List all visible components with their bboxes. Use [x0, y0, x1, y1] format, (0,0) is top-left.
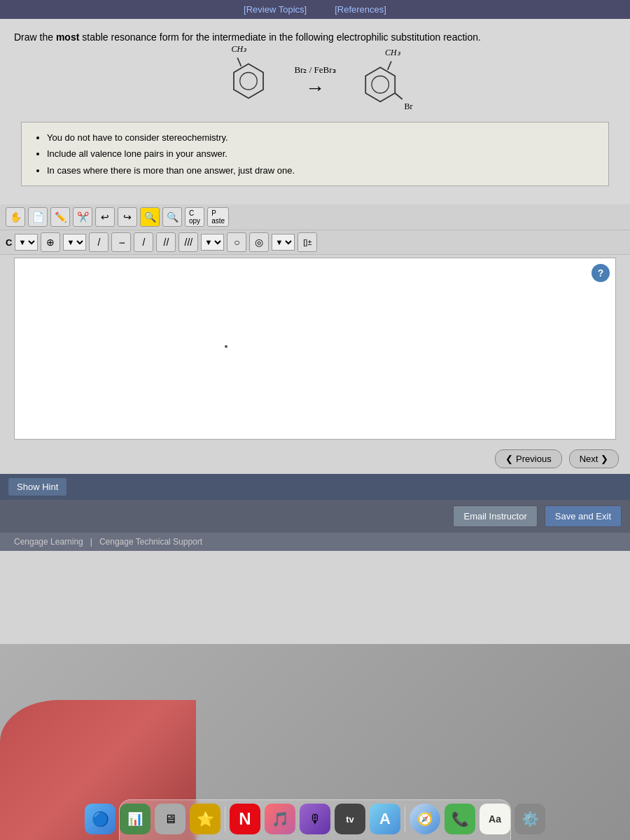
paste-btn[interactable]: Paste: [207, 207, 229, 227]
dock-separator-1: [225, 806, 225, 832]
dotted-btn[interactable]: ····: [111, 232, 131, 252]
plus-btn[interactable]: ⊕: [41, 232, 60, 252]
question-bold: most: [56, 31, 79, 43]
dock-appstore[interactable]: A: [370, 804, 400, 834]
hint-bar: Show Hint: [0, 474, 630, 500]
dock-tv[interactable]: tv: [335, 804, 365, 834]
eraser-btn[interactable]: ✏️: [50, 207, 70, 227]
ring-btn[interactable]: ◎: [249, 232, 269, 252]
line-style-select[interactable]: ▼: [201, 234, 224, 251]
dock-netflix[interactable]: N: [230, 804, 260, 834]
top-bar: [Review Topics] [References]: [0, 0, 630, 19]
toolbar-row1: ✋ 📄 ✏️ ✂️ ↩ ↪ 🔍 🔍 Copy Paste: [0, 204, 630, 230]
reaction-arrow-symbol: →: [305, 78, 325, 98]
svg-line-2: [238, 58, 241, 66]
reaction-arrow: Br₂ / FeBr₃ →: [294, 64, 335, 98]
mac-desktop: 🔵 📊 🖥 ⭐ N 🎵 🎙 tv A 🧭: [0, 644, 630, 840]
footer-links: Cengage Learning | Cengage Technical Sup…: [0, 533, 630, 551]
reactant-molecule: CH₃: [224, 55, 273, 107]
reactant-ch3-label: CH₃: [231, 44, 246, 55]
save-exit-btn[interactable]: Save and Exit: [545, 505, 622, 527]
dock: 🔵 📊 🖥 ⭐ N 🎵 🎙 tv A 🧭: [0, 804, 630, 837]
footer-actions: Email Instructor Save and Exit: [0, 500, 630, 533]
reagent-label: Br₂ / FeBr₃: [294, 64, 335, 76]
undo-btn[interactable]: ✋: [6, 207, 25, 227]
canvas-area: ?: [7, 258, 623, 440]
question-text: Draw the most stable resonance form for …: [14, 30, 616, 45]
zoom-out-btn[interactable]: 🔍: [162, 207, 182, 227]
reactant-benzene-svg: [224, 55, 273, 104]
charge-btn[interactable]: []±: [298, 232, 317, 252]
bottom-nav: ❮ Previous Next ❯: [0, 444, 630, 474]
document-btn[interactable]: 📄: [28, 207, 48, 227]
toolbar-row2: C ▼ ⊕ ▼ / ···· / // /// ▼ ○ ◎ ▼ []±: [0, 230, 630, 255]
dock-system-prefs[interactable]: ⚙️: [514, 804, 545, 834]
copy-btn[interactable]: Copy: [185, 207, 204, 227]
product-benzene-svg: [357, 59, 406, 108]
product-molecule: CH₃ Br: [357, 52, 406, 111]
dock-phone[interactable]: 📞: [444, 804, 475, 834]
note-item-3: In cases where there is more than one an…: [47, 162, 597, 178]
notes-list: You do not have to consider stereochemis…: [33, 130, 597, 178]
note-item-1: You do not have to consider stereochemis…: [47, 130, 597, 146]
cengage-learning-link[interactable]: Cengage Learning: [14, 537, 83, 547]
dbl-line-btn[interactable]: //: [156, 232, 176, 252]
email-instructor-btn[interactable]: Email Instructor: [453, 505, 537, 527]
tool-select[interactable]: ▼: [63, 234, 86, 251]
triple-line-btn[interactable]: ///: [178, 232, 198, 252]
question-area: Draw the most stable resonance form for …: [0, 19, 630, 204]
product-ch3-label: CH₃: [385, 48, 400, 58]
dock-music[interactable]: 🎵: [265, 804, 295, 834]
cengage-support-link[interactable]: Cengage Technical Support: [99, 537, 202, 547]
references-link[interactable]: [References]: [335, 4, 386, 15]
draw-canvas[interactable]: ?: [14, 258, 616, 440]
svg-line-6: [395, 93, 402, 99]
line-btn[interactable]: /: [134, 232, 153, 252]
help-circle[interactable]: ?: [592, 264, 610, 282]
dock-separator-2: [405, 806, 405, 832]
canvas-dot: [225, 345, 227, 348]
link-separator: |: [90, 537, 92, 547]
previous-btn[interactable]: ❮ Previous: [495, 449, 561, 468]
scissor-btn[interactable]: ✂️: [73, 207, 92, 227]
review-topics-link[interactable]: [Review Topics]: [244, 4, 307, 15]
svg-line-5: [387, 62, 391, 70]
dock-dictionary[interactable]: Aa: [479, 804, 510, 834]
svg-point-1: [240, 73, 258, 90]
svg-point-4: [372, 76, 389, 94]
main-content: [Review Topics] [References] Draw the mo…: [0, 0, 630, 644]
slash-btn[interactable]: /: [89, 232, 108, 252]
svg-marker-3: [365, 67, 395, 102]
zoom-in-btn[interactable]: 🔍: [140, 207, 160, 227]
svg-marker-0: [234, 64, 263, 98]
dock-stats[interactable]: 📊: [120, 804, 150, 834]
br-label: Br: [405, 102, 413, 112]
ring-select[interactable]: ▼: [272, 234, 295, 251]
redo-btn[interactable]: ↪: [118, 207, 137, 227]
dock-monitor[interactable]: 🖥: [155, 804, 186, 834]
dock-podcast[interactable]: 🎙: [300, 804, 330, 834]
dock-finder[interactable]: 🔵: [85, 804, 115, 834]
reaction-container: CH₃ Br₂ /: [14, 52, 616, 111]
undo2-btn[interactable]: ↩: [95, 207, 115, 227]
element-select[interactable]: ▼: [15, 234, 38, 251]
dock-safari[interactable]: 🧭: [410, 804, 440, 834]
notes-box: You do not have to consider stereochemis…: [21, 122, 609, 186]
show-hint-btn[interactable]: Show Hint: [8, 478, 66, 496]
note-item-2: Include all valence lone pairs in your a…: [47, 146, 597, 162]
next-btn[interactable]: Next ❯: [569, 449, 619, 468]
dock-star[interactable]: ⭐: [190, 804, 220, 834]
circle-btn[interactable]: ○: [227, 232, 246, 252]
c-label: C: [6, 237, 12, 248]
